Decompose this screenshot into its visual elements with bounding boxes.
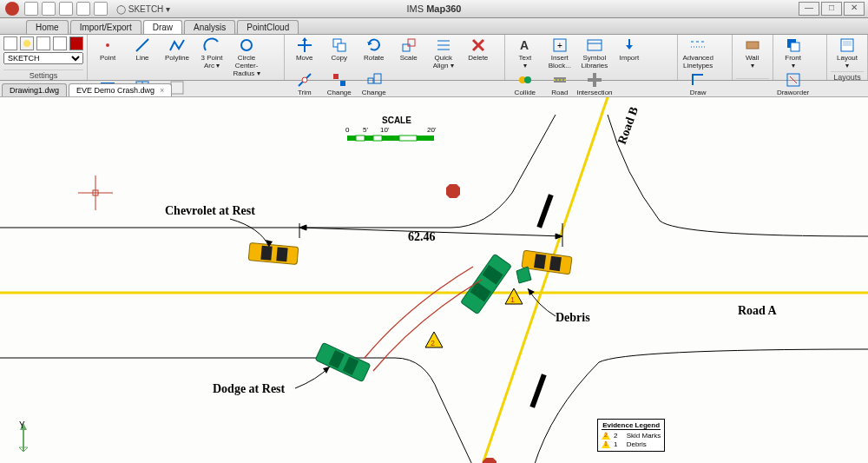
- wall-button[interactable]: Wall▾: [736, 36, 769, 69]
- svg-point-19: [302, 77, 307, 83]
- svg-text:+: +: [557, 41, 562, 50]
- svg-text:10': 10': [380, 126, 390, 134]
- doctab-1[interactable]: Drawing1.dwg: [2, 83, 67, 96]
- layer-icon[interactable]: [3, 36, 17, 50]
- title-bar: ◯ SKETCH ▾ IMS Map360 — □ ✕: [0, 0, 868, 18]
- ribbon: SKETCH Settings PointLinePolyline3 Point…: [0, 35, 868, 81]
- svg-rect-32: [554, 77, 566, 83]
- panel-wall: Wall▾: [733, 35, 773, 80]
- tab-analysis[interactable]: Analysis: [184, 20, 235, 34]
- qat-open-icon[interactable]: [42, 2, 56, 16]
- svg-rect-7: [171, 82, 183, 94]
- panel-layers-footer: Settings: [3, 69, 83, 80]
- drawing-canvas[interactable]: Road A Road B 2 1: [0, 97, 868, 463]
- quick-align-button[interactable]: QuickAlign ▾: [427, 36, 460, 69]
- svg-rect-57: [276, 247, 287, 261]
- panel-layouts: Layout▾ Layouts: [827, 35, 868, 80]
- insert-block-button[interactable]: +InsertBlock...: [543, 36, 576, 69]
- front-button[interactable]: Front▾: [777, 36, 810, 69]
- qat-redo-icon[interactable]: [94, 2, 108, 16]
- point-button[interactable]: Point: [91, 36, 124, 77]
- panel-draw: PointLinePolyline3 PointArc ▾CircleCente…: [88, 35, 285, 80]
- svg-point-0: [106, 43, 109, 47]
- chevrolet-label: Chevrolet at Rest: [165, 204, 255, 217]
- svg-marker-75: [299, 225, 306, 230]
- svg-rect-35: [588, 78, 602, 82]
- svg-rect-64: [461, 254, 512, 314]
- 3point-arc-button[interactable]: 3 PointArc ▾: [195, 36, 228, 77]
- window-title: IMS Map360: [407, 3, 462, 14]
- svg-rect-61: [315, 342, 371, 381]
- svg-rect-22: [368, 78, 373, 83]
- polyline-button[interactable]: Polyline: [161, 36, 194, 77]
- layer-freeze-icon[interactable]: [36, 36, 50, 50]
- svg-rect-85: [382, 136, 399, 141]
- advanced-linetypes-button[interactable]: AdvancedLinetypes: [681, 36, 714, 69]
- svg-rect-59: [534, 254, 546, 269]
- svg-rect-10: [338, 43, 345, 51]
- panel-insert: AText▾+InsertBlock...SymbolLibrariesImpo…: [505, 35, 678, 80]
- tab-pointcloud[interactable]: PointCloud: [237, 20, 299, 34]
- svg-point-2: [241, 40, 252, 50]
- scale-button[interactable]: Scale: [392, 36, 425, 69]
- quick-access-toolbar: ◯ SKETCH ▾: [24, 2, 170, 16]
- tab-draw[interactable]: Draw: [143, 20, 182, 34]
- svg-rect-82: [356, 136, 365, 141]
- move-button[interactable]: Move: [288, 36, 321, 69]
- delete-button[interactable]: Delete: [462, 36, 495, 69]
- panel-edit: MoveCopyRotateScaleQuickAlign ▾DeleteTri…: [285, 35, 505, 80]
- import-button[interactable]: Import: [613, 36, 646, 69]
- tab-home[interactable]: Home: [26, 20, 69, 34]
- qat-new-icon[interactable]: [24, 2, 38, 16]
- svg-marker-8: [302, 37, 307, 41]
- layout-button[interactable]: Layout▾: [831, 36, 864, 69]
- layer-color-icon[interactable]: [69, 36, 83, 50]
- road-a-label: Road A: [738, 304, 778, 317]
- svg-rect-87: [417, 136, 434, 141]
- dodge-label: Dodge at Rest: [213, 382, 286, 395]
- scene-svg: Road A Road B 2 1: [0, 97, 868, 463]
- close-icon[interactable]: ×: [160, 86, 164, 95]
- evidence-marker-2: 2: [425, 332, 443, 347]
- svg-text:1: 1: [510, 295, 515, 304]
- tab-import-export[interactable]: Import/Export: [70, 20, 141, 34]
- maximize-button[interactable]: □: [821, 2, 842, 16]
- doctab-2[interactable]: EVE Demo Crash.dwg×: [69, 83, 172, 96]
- svg-rect-54: [529, 374, 546, 408]
- layer-dropdown[interactable]: SKETCH: [3, 52, 83, 64]
- svg-text:A: A: [520, 38, 529, 52]
- svg-rect-38: [746, 42, 759, 49]
- rotate-button[interactable]: Rotate: [358, 36, 391, 69]
- panel-layers: SKETCH Settings: [0, 35, 88, 80]
- layer-lock-icon[interactable]: [53, 36, 67, 50]
- svg-rect-55: [248, 243, 299, 265]
- circle-button[interactable]: CircleCenter-Radius ▾: [230, 36, 263, 77]
- evidence-legend: Evidence Legend 22 Skid Marks 11 Debris: [597, 419, 665, 452]
- svg-point-31: [524, 76, 531, 83]
- close-button[interactable]: ✕: [844, 2, 865, 16]
- svg-rect-13: [408, 39, 415, 46]
- panel-advanced: AdvancedLinetypesDrawOrthogonal Advanced: [678, 35, 732, 80]
- line-button[interactable]: Line: [126, 36, 159, 77]
- svg-marker-51: [446, 184, 460, 198]
- svg-rect-40: [791, 43, 799, 51]
- svg-rect-27: [588, 40, 602, 50]
- svg-text:2: 2: [431, 339, 435, 347]
- svg-rect-53: [536, 194, 553, 228]
- qat-undo-icon[interactable]: [76, 2, 90, 16]
- svg-rect-60: [549, 256, 562, 272]
- evidence-marker-1: 1: [505, 288, 523, 304]
- svg-rect-21: [340, 81, 345, 86]
- svg-marker-78: [323, 367, 330, 374]
- svg-text:5': 5': [363, 126, 368, 134]
- symbol-libraries-button[interactable]: SymbolLibraries: [578, 36, 611, 69]
- svg-line-1: [136, 39, 148, 51]
- window-controls: — □ ✕: [799, 2, 865, 16]
- minimize-button[interactable]: —: [799, 2, 819, 16]
- layer-visible-icon[interactable]: [20, 36, 34, 50]
- ribbon-tabs: Home Import/Export Draw Analysis PointCl…: [0, 18, 868, 35]
- text-button[interactable]: AText▾: [509, 36, 542, 69]
- qat-save-icon[interactable]: [59, 2, 73, 16]
- copy-button[interactable]: Copy: [323, 36, 356, 69]
- svg-text:SCALE: SCALE: [382, 116, 411, 125]
